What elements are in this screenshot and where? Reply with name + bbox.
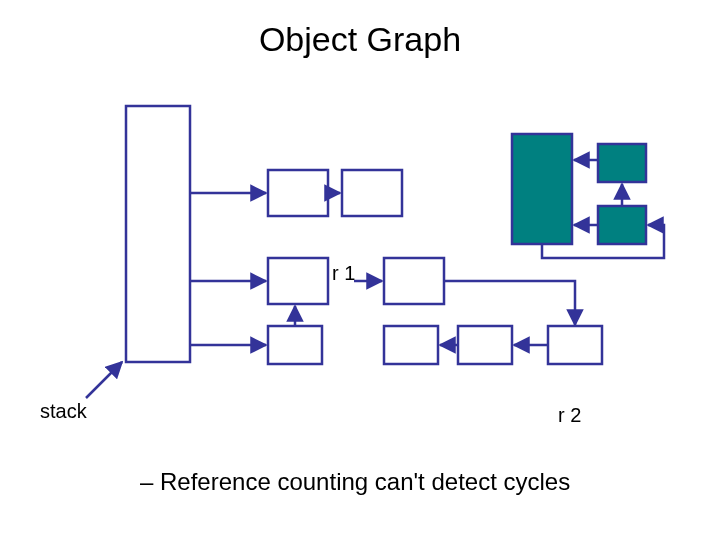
node-a2 xyxy=(342,170,402,216)
node-d3 xyxy=(548,326,602,364)
diagram-canvas xyxy=(0,0,720,540)
node-b1 xyxy=(268,258,328,304)
node-a1 xyxy=(268,170,328,216)
node-stack xyxy=(126,106,190,362)
node-d1 xyxy=(384,326,438,364)
node-b2 xyxy=(384,258,444,304)
edge-b2-d3 xyxy=(444,281,575,325)
node-cycle-bot xyxy=(598,206,646,244)
bullet-caption: – Reference counting can't detect cycles xyxy=(140,468,570,496)
label-stack: stack xyxy=(40,400,87,423)
node-cycle-top xyxy=(598,144,646,182)
label-r2: r 2 xyxy=(558,404,581,427)
edge-stacklabel-stack xyxy=(86,362,122,398)
label-r1: r 1 xyxy=(332,262,355,285)
node-cycle-tall xyxy=(512,134,572,244)
node-c1 xyxy=(268,326,322,364)
node-d2 xyxy=(458,326,512,364)
